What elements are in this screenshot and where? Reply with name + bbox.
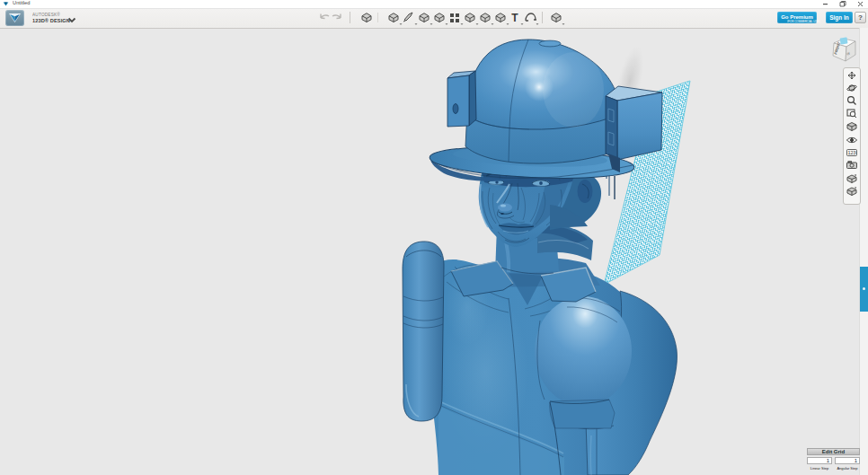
svg-text:123: 123 [847, 150, 855, 155]
svg-text:T: T [511, 12, 518, 24]
